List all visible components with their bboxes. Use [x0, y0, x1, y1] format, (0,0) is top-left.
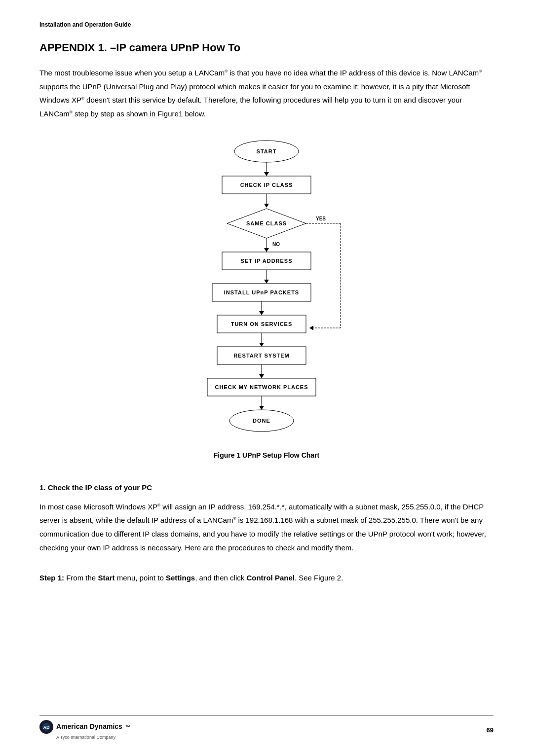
svg-marker-29 [259, 343, 264, 347]
svg-text:SAME CLASS: SAME CLASS [246, 220, 287, 226]
intro-paragraph: The most troublesome issue when you setu… [39, 66, 494, 121]
footer: AD American Dynamics ™ A Tyco Internatio… [39, 716, 494, 741]
section1-paragraph: In most case Microsoft Windows XP® will … [39, 500, 494, 555]
svg-marker-25 [259, 311, 264, 315]
figure-caption-text: UPnP Setup Flow Chart [240, 451, 319, 459]
svg-text:CHECK IP CLASS: CHECK IP CLASS [240, 182, 293, 188]
svg-text:AD: AD [43, 725, 50, 730]
footer-logo-text: American Dynamics [56, 721, 122, 733]
footer-logo-circle: AD [39, 720, 53, 734]
svg-marker-3 [264, 172, 269, 176]
svg-text:START: START [257, 148, 277, 154]
svg-marker-7 [264, 204, 269, 208]
trademark-icon: ™ [125, 722, 130, 731]
figure-caption-bold: Figure 1 [214, 451, 240, 459]
svg-marker-37 [259, 406, 264, 410]
svg-text:SET IP ADDRESS: SET IP ADDRESS [240, 258, 292, 264]
footer-logo: AD American Dynamics ™ A Tyco Internatio… [39, 720, 130, 741]
figure-caption: Figure 1 UPnP Setup Flow Chart [214, 450, 319, 462]
step1-label: Step 1: [39, 574, 64, 582]
svg-text:YES: YES [316, 216, 326, 221]
footer-logo-icon: AD [42, 722, 51, 731]
flowchart: START CHECK IP CLASS SAME CLASS YES [163, 136, 370, 445]
header-label: Installation and Operation Guide [39, 20, 494, 30]
step1-settings: Settings [166, 574, 195, 582]
figure-container: START CHECK IP CLASS SAME CLASS YES [39, 136, 494, 476]
footer-logo-row: AD American Dynamics ™ [39, 720, 130, 734]
svg-text:NO: NO [272, 242, 280, 247]
appendix-title: APPENDIX 1. –IP camera UPnP How To [39, 38, 494, 57]
svg-text:INSTALL UPnP PACKETS: INSTALL UPnP PACKETS [224, 289, 299, 295]
svg-text:TURN ON SERVICES: TURN ON SERVICES [231, 321, 293, 327]
svg-text:CHECK MY NETWORK PLACES: CHECK MY NETWORK PLACES [215, 384, 308, 390]
svg-marker-16 [264, 248, 269, 252]
svg-text:DONE: DONE [253, 418, 270, 424]
svg-text:RESTART SYSTEM: RESTART SYSTEM [233, 353, 289, 359]
step1-start: Start [98, 574, 114, 582]
step1-control-panel: Control Panel [246, 574, 295, 582]
footer-logo-sub: A Tyco International Company [56, 734, 115, 741]
flowchart-svg: START CHECK IP CLASS SAME CLASS YES [163, 136, 370, 441]
svg-marker-33 [259, 374, 264, 378]
step1-text: Step 1: From the Start menu, point to Se… [39, 571, 494, 585]
svg-marker-13 [309, 325, 313, 330]
section1-heading: 1. Check the IP class of your PC [39, 481, 494, 494]
svg-marker-21 [264, 280, 269, 284]
footer-page-number: 69 [487, 725, 494, 736]
